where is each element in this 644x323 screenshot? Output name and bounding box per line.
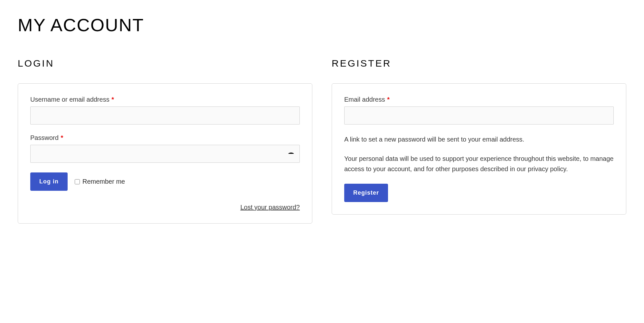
username-field: Username or email address * (30, 96, 300, 125)
required-marker: * (61, 134, 63, 141)
register-heading: REGISTER (332, 58, 626, 69)
register-info-2: Your personal data will be used to suppo… (344, 153, 614, 174)
password-label-text: Password (30, 134, 59, 141)
register-panel: Email address * A link to set a new pass… (332, 83, 626, 215)
lost-password-link[interactable]: Lost your password? (240, 204, 300, 211)
password-label: Password * (30, 134, 300, 142)
remember-me-wrap[interactable]: Remember me (75, 178, 125, 185)
username-input[interactable] (30, 106, 300, 125)
login-action-row: Log in Remember me (30, 172, 300, 191)
register-column: REGISTER Email address * A link to set a… (332, 58, 626, 224)
register-button[interactable]: Register (344, 184, 388, 202)
required-marker: * (111, 96, 114, 103)
remember-me-label: Remember me (82, 178, 125, 185)
register-email-input[interactable] (344, 106, 614, 125)
password-field: Password * (30, 134, 300, 163)
login-panel: Username or email address * Password * (18, 83, 312, 224)
username-label-text: Username or email address (30, 96, 109, 103)
register-email-label: Email address * (344, 96, 614, 103)
register-info-1: A link to set a new password will be sen… (344, 134, 614, 144)
login-button[interactable]: Log in (30, 172, 68, 191)
account-columns: LOGIN Username or email address * Passwo… (18, 58, 626, 224)
remember-me-checkbox[interactable] (75, 179, 80, 184)
login-column: LOGIN Username or email address * Passwo… (18, 58, 312, 224)
required-marker: * (387, 96, 390, 103)
show-password-icon[interactable] (288, 152, 294, 155)
login-heading: LOGIN (18, 58, 312, 69)
register-email-field: Email address * (344, 96, 614, 125)
page-title: MY ACCOUNT (18, 14, 626, 35)
password-input[interactable] (30, 145, 300, 163)
password-input-wrap (30, 145, 300, 163)
lost-password-row: Lost your password? (30, 204, 300, 211)
username-label: Username or email address * (30, 96, 300, 103)
register-email-label-text: Email address (344, 96, 385, 103)
register-action-row: Register (344, 184, 614, 202)
